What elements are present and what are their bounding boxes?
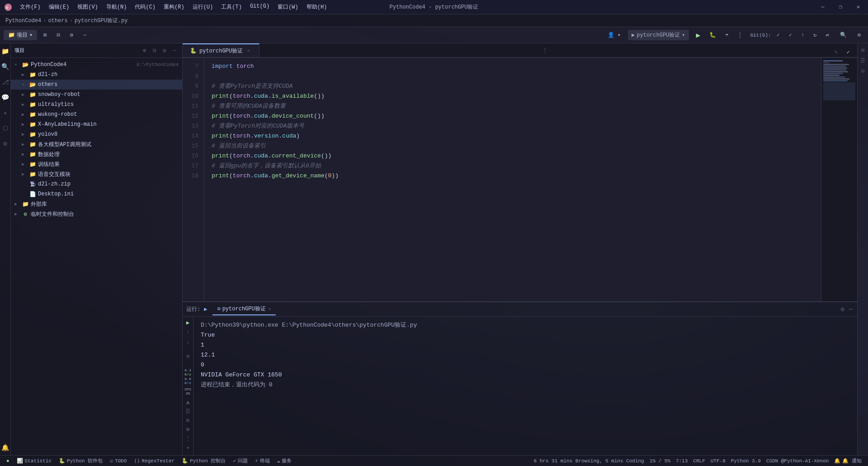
tree-item-root[interactable]: ▾ 📂 PythonCode4 E:\PythonCode4 xyxy=(11,60,182,70)
menu-refactor[interactable]: 重构(R) xyxy=(160,1,188,13)
breadcrumb-root[interactable]: PythonCode4 xyxy=(5,18,41,24)
activity-git[interactable]: ⎇ xyxy=(1,78,9,86)
status-item-problems[interactable]: ✓ 问题 xyxy=(230,456,250,466)
terminal-icon3[interactable]: ⊠ xyxy=(184,425,192,433)
terminal-icon4[interactable]: ⋮ xyxy=(184,434,192,442)
account-button[interactable]: 👤 ▾ xyxy=(604,30,624,40)
tree-item-training[interactable]: ▶ 📁 训练结果 xyxy=(11,159,182,169)
tree-item-voice[interactable]: ▶ 📁 语音交互模块 xyxy=(11,169,182,179)
menu-run[interactable]: 运行(U) xyxy=(189,1,217,13)
activity-project[interactable]: 📁 xyxy=(1,47,9,55)
git-check2[interactable]: ✓ xyxy=(785,30,796,40)
status-item-packages[interactable]: 🐍 Python 软件包 xyxy=(56,456,105,466)
terminal-output[interactable]: D:\Python39\python.exe E:\PythonCode4\ot… xyxy=(193,317,857,455)
tree-item-d2l[interactable]: ▶ 📁 d2l-zh xyxy=(11,70,182,80)
sidebar-add-btn[interactable]: ⊕ xyxy=(141,47,149,55)
tree-item-zip[interactable]: ▶ 🗜 d2l-zh.zip xyxy=(11,179,182,189)
git-check1[interactable]: ✓ xyxy=(773,30,783,40)
menu-view[interactable]: 视图(V) xyxy=(74,1,102,13)
menu-tools[interactable]: 工具(T) xyxy=(217,1,245,13)
terminal-icon2[interactable]: ⊞ xyxy=(184,416,192,424)
terminal-icon1[interactable]: ☰ xyxy=(184,407,192,415)
tree-item-data[interactable]: ▶ 📁 数据处理 xyxy=(11,149,182,159)
activity-debug[interactable]: ⚙ xyxy=(1,139,9,147)
status-item-regex[interactable]: ⟨⟩ RegexTester xyxy=(131,456,177,466)
collapse-all-button[interactable]: ⊟ xyxy=(53,30,63,40)
status-python-version[interactable]: Python 3.9 xyxy=(728,456,764,466)
activity-copilot[interactable]: ✦ xyxy=(1,109,9,117)
tab-more-button[interactable]: ⋮ xyxy=(538,43,552,57)
terminal-tab-close[interactable]: ✕ xyxy=(269,306,271,312)
tree-item-others[interactable]: ▾ 📂 others xyxy=(11,80,182,90)
editor-tab-active[interactable]: 🐍 pytorchGPU验证 ✕ xyxy=(183,43,259,57)
terminal-scroll-down[interactable]: ↓ xyxy=(184,338,192,347)
terminal-run-btn[interactable]: ▶ xyxy=(184,319,192,327)
project-selector[interactable]: 📁 项目 ▾ xyxy=(4,30,37,40)
status-item-run[interactable]: ● xyxy=(4,456,12,466)
terminal-scroll-up[interactable]: ↑ xyxy=(184,328,192,337)
terminal-warning-btn[interactable]: ⚠ xyxy=(184,398,192,406)
more-run-button[interactable]: ⋮ xyxy=(734,30,746,40)
menu-edit[interactable]: 编辑(E) xyxy=(45,1,73,13)
menu-git[interactable]: Git(G) xyxy=(246,1,273,13)
right-panel-btn1[interactable]: ⊞ xyxy=(861,47,864,54)
activity-search[interactable]: 🔍 xyxy=(1,62,9,71)
code-content[interactable]: import torch # 查看PyTorch是否支持CUDA print(t… xyxy=(204,58,821,301)
search-button[interactable]: 🔍 xyxy=(836,30,850,40)
tree-item-extlib[interactable]: ▶ 📁 外部库 xyxy=(11,199,182,209)
tree-item-ultralytics[interactable]: ▶ 📁 ultralytics xyxy=(11,100,182,109)
close-button[interactable]: ✕ xyxy=(852,2,864,12)
activity-github[interactable]: ⬡ xyxy=(1,124,9,132)
status-item-console[interactable]: 🐍 Python 控制台 xyxy=(179,456,228,466)
menu-window[interactable]: 窗口(W) xyxy=(274,1,302,13)
tree-item-snowboy[interactable]: ▶ 📁 snowboy-robot xyxy=(11,90,182,100)
status-line-col[interactable]: 7:13 xyxy=(673,456,690,466)
git-up[interactable]: ↑ xyxy=(797,31,808,40)
maximize-button[interactable]: ❐ xyxy=(835,2,847,12)
tree-item-temp[interactable]: ▶ ⚙ 临时文件和控制台 xyxy=(11,209,182,219)
tree-item-wukong[interactable]: ▶ 📁 wukong-robot xyxy=(11,109,182,119)
status-item-services[interactable]: ☁ 服务 xyxy=(274,456,295,466)
sidebar-hide-btn[interactable]: — xyxy=(170,47,179,55)
sidebar-collapse-btn[interactable]: ⊟ xyxy=(151,47,159,55)
terminal-tab[interactable]: ⚙ pytorchGPU验证 ✕ xyxy=(212,303,275,315)
activity-chat[interactable]: 💬 xyxy=(1,93,9,101)
activity-notifications[interactable]: 🔔 xyxy=(1,443,9,452)
tree-item-xanylabeling[interactable]: ▶ 📁 X-AnyLabeling-main xyxy=(11,119,182,129)
sidebar-settings-btn[interactable]: ⚙ xyxy=(160,47,169,55)
status-browsing-time[interactable]: 6 hrs 31 mins Browsing, 5 mins Coding xyxy=(531,456,646,466)
status-item-statistic[interactable]: 📊 Statistic xyxy=(14,456,54,466)
run-button[interactable]: ▶ xyxy=(693,29,704,41)
terminal-tool1[interactable]: ⚙ xyxy=(184,352,192,360)
tab-close-button[interactable]: ✕ xyxy=(245,48,252,54)
menu-code[interactable]: 代码(C) xyxy=(131,1,159,13)
coverage-button[interactable]: ☂ xyxy=(722,30,732,40)
git-translate[interactable]: ⇌ xyxy=(822,30,833,40)
editor-action-2[interactable]: ✓ xyxy=(843,48,854,57)
hide-button[interactable]: — xyxy=(80,31,90,40)
terminal-icon5[interactable]: ✦ xyxy=(184,443,192,452)
menu-help[interactable]: 帮助(H) xyxy=(303,1,331,13)
debug-button[interactable]: 🐛 xyxy=(706,30,720,40)
status-percentage[interactable]: 1% / 5% xyxy=(647,456,673,466)
breadcrumb-file[interactable]: pytorchGPU验证.py xyxy=(75,17,128,24)
status-item-terminal[interactable]: ⚡ 终端 xyxy=(252,456,273,466)
right-panel-btn3[interactable]: ⊟ xyxy=(861,68,864,75)
settings-button[interactable]: ⚙ xyxy=(66,30,77,40)
settings-gear-button[interactable]: ⚙ xyxy=(854,30,864,40)
menu-navigate[interactable]: 导航(N) xyxy=(103,1,131,13)
expand-all-button[interactable]: ⊞ xyxy=(40,30,50,40)
tree-item-yolov8[interactable]: ▶ 📁 yolov8 xyxy=(11,129,182,139)
editor-action-1[interactable]: ✎ xyxy=(831,48,841,57)
panel-minimize-button[interactable]: — xyxy=(848,304,854,314)
status-notifications[interactable]: 🔔 🔔 通知 xyxy=(831,456,864,466)
panel-settings-button[interactable]: ⚙ xyxy=(840,304,845,314)
status-eol[interactable]: CRLF xyxy=(690,456,708,466)
status-user[interactable]: CSDN @Python-AI-Xenon xyxy=(764,456,832,466)
menu-file[interactable]: 文件(F) xyxy=(16,1,44,13)
run-config-selector[interactable]: ▶ pytorchGPU验证 ▾ xyxy=(628,30,689,40)
status-item-todo[interactable]: ☑ TODO xyxy=(107,456,129,466)
minimize-button[interactable]: — xyxy=(816,2,829,12)
git-refresh[interactable]: ↻ xyxy=(810,30,820,40)
tree-item-ini[interactable]: ▶ 📄 Desktop.ini xyxy=(11,189,182,199)
